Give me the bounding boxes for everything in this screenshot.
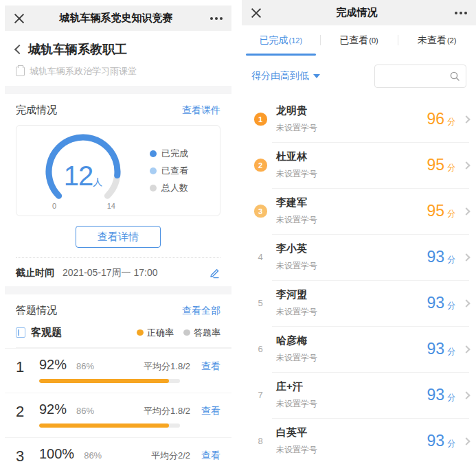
sort-dropdown[interactable]: 得分由高到低 [251,70,320,82]
chevron-down-icon [313,74,320,78]
deadline-row: 截止时间 2021-05-17周一 17:00 [16,257,220,286]
student-id: 未设置学号 [276,214,317,226]
student-row[interactable]: 3 李建军未设置学号 95分 [242,188,476,234]
student-row[interactable]: 8 白英平未设置学号 93分 [242,418,476,464]
student-name: 李小英 [276,242,317,255]
gauge-unit: 人 [93,176,102,187]
chevron-right-icon [462,391,470,399]
student-score: 93分 [427,294,455,312]
student-row[interactable]: 7 庄+汗未设置学号 93分 [242,372,476,418]
view-question-link[interactable]: 查看 [201,450,220,462]
close-icon[interactable] [251,8,262,19]
rank-number: 8 [258,436,262,446]
correct-rate: 100% [39,446,74,462]
course-subtitle-row: 城轨车辆系政治学习雨课堂 [16,65,220,78]
more-menu-icon[interactable] [452,12,467,14]
student-row[interactable]: 5 李河盟未设置学号 93分 [242,280,476,326]
completion-section: 完成情况 查看课件 12人 0 14 已完成 [5,94,231,286]
left-appbar: 城轨车辆系党史知识竞赛 [5,5,231,31]
legend-dot-correct-rate [137,329,144,336]
question-index: 2 [16,402,39,428]
section-gap [5,86,231,94]
legend-dot-viewed [150,167,157,174]
legend-dot-completed [150,150,157,157]
question-row: 1 92% 86% 平均分1.8/2 查看 [5,348,231,393]
chevron-right-icon [462,253,470,261]
student-name: 哈彦梅 [276,334,317,347]
student-row[interactable]: 2 杜亚林未设置学号 95分 [242,142,476,188]
rank-number: 4 [258,252,262,262]
student-row[interactable]: 6 哈彦梅未设置学号 93分 [242,326,476,372]
deadline-value: 2021-05-17周一 17:00 [63,267,158,279]
gauge-min-label: 0 [52,202,56,210]
student-name: 李河盟 [276,288,317,301]
question-row: 2 92% 86% 平均分1.8/2 查看 [5,393,231,437]
tab-completed[interactable]: 已完成(12) [242,25,320,56]
status-tabs: 已完成(12) 已查看(0) 未查看(2) [242,25,476,56]
legend-dot-answer-rate [183,329,190,336]
legend-item-total: 总人数 [150,182,188,194]
answer-rate: 86% [76,406,94,416]
course-header: 城轨车辆系教职工 城轨车辆系政治学习雨课堂 [5,31,231,86]
student-score: 93分 [427,432,455,450]
view-details-button[interactable]: 查看详情 [76,226,161,248]
gauge-chart: 12人 0 14 [22,130,144,211]
student-score: 93分 [427,386,455,404]
student-id: 未设置学号 [276,260,317,272]
legend-item-correct-rate: 正确率 [137,327,174,339]
completion-title: 完成情况 [16,104,57,117]
course-title: 城轨车辆系教职工 [28,41,127,58]
legend-item-answer-rate: 答题率 [183,327,220,339]
completion-gauge-card: 12人 0 14 已完成 已查看 总人数 [16,125,220,216]
student-name: 李建军 [276,196,317,209]
view-courseware-link[interactable]: 查看课件 [182,104,220,117]
student-id: 未设置学号 [276,122,317,134]
back-chevron-icon [14,45,24,54]
student-id: 未设置学号 [276,168,317,180]
view-all-link[interactable]: 查看全部 [182,305,220,317]
rank-medal: 3 [254,205,267,218]
question-index: 1 [16,357,39,383]
student-name: 龙明贵 [276,104,317,117]
gauge-legend: 已完成 已查看 总人数 [150,143,188,199]
gauge-value: 12 [64,161,93,191]
search-input[interactable] [381,71,449,82]
student-name: 庄+汗 [276,380,317,393]
section-gap [5,286,231,294]
quiz-overview-screen: 城轨车辆系党史知识竞赛 城轨车辆系教职工 城轨车辆系政治学习雨课堂 完成情况 查… [5,5,231,464]
tab-not-viewed[interactable]: 未查看(2) [398,25,476,56]
list-toolbar: 得分由高到低 [242,56,476,96]
back-course-row[interactable]: 城轨车辆系教职工 [16,41,220,58]
chevron-right-icon [462,161,470,169]
student-row[interactable]: 1 龙明贵未设置学号 96分 [242,96,476,142]
student-row[interactable]: 4 李小英未设置学号 93分 [242,234,476,280]
student-list: 1 龙明贵未设置学号 96分 2 杜亚林未设置学号 95分 3 李建军未设置学号… [242,96,476,464]
answers-section: 答题情况 查看全部 客观题 正确率 答题率 1 92% [5,294,231,464]
course-subtitle: 城轨车辆系政治学习雨课堂 [30,65,137,78]
question-type-label: 客观题 [31,326,62,339]
search-box[interactable] [374,65,466,88]
chevron-right-icon [462,437,470,445]
view-question-link[interactable]: 查看 [201,405,220,417]
chevron-right-icon [462,299,470,307]
close-icon[interactable] [14,13,25,24]
average-score: 平均分2/2 [151,450,190,462]
search-icon [449,71,460,82]
correct-rate: 92% [39,357,67,373]
view-question-link[interactable]: 查看 [201,360,220,373]
student-id: 未设置学号 [276,444,317,456]
correct-rate-bar [39,424,180,428]
answer-rate: 86% [76,361,94,371]
legend-item-completed: 已完成 [150,148,188,160]
question-index: 3 [16,446,39,464]
question-type-row: 客观题 正确率 答题率 [5,317,231,347]
tab-viewed[interactable]: 已查看(0) [320,25,398,56]
edit-pencil-icon[interactable] [208,267,220,279]
more-menu-icon[interactable] [207,17,223,20]
student-score: 93分 [427,340,455,358]
average-score: 平均分1.8/2 [144,405,190,417]
rank-number: 5 [258,298,262,308]
chevron-right-icon [462,345,470,353]
legend-dot-total [150,185,157,192]
student-score: 95分 [427,156,455,174]
